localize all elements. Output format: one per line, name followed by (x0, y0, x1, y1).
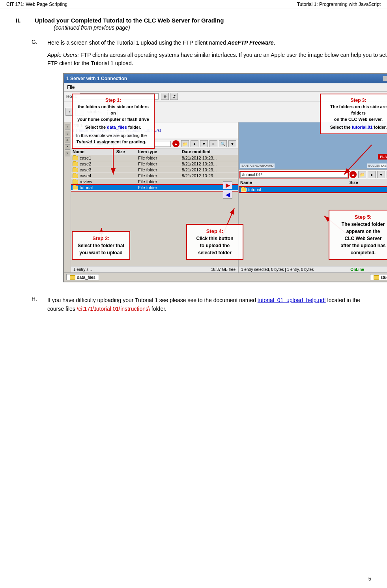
right-status-bar: 1 entry selected, 0 bytes | 1 entry, 0 b… (239, 266, 387, 272)
step2-label: Step 2: (76, 235, 126, 242)
bottom-folder-icon-right (374, 275, 379, 280)
minimize-button[interactable]: _ (383, 76, 387, 81)
play-now-btn[interactable]: PLAY NOW » (378, 154, 387, 160)
toolbar-btn-2[interactable]: ↺ (170, 93, 178, 100)
ad-caption3: TABLE TENNIS (380, 163, 387, 168)
file-row-case3[interactable]: case3 File folder 8/21/2012 10:23... (71, 167, 238, 173)
win-titlebar: 1 Server with 1 Connection _ □ ✕ (64, 74, 387, 83)
main-content: II. Upload your Completed Tutorial to th… (0, 9, 387, 329)
item-g-label: G. (32, 39, 41, 288)
upload-help-link[interactable]: tutorial_01_upload_help.pdf (258, 297, 326, 303)
ftp-name: AceFTP Freeware (228, 39, 274, 46)
step3-line3: Select the tutorial.01 folder. (324, 124, 387, 131)
header-right: Tutorial 1: Programming with JavaScript (297, 2, 381, 7)
right-path-input[interactable] (240, 172, 348, 178)
section-roman: II. (16, 17, 35, 39)
left-status-bar: 1 entry s... 18.37 GB free (71, 266, 238, 272)
right-nav-btn1[interactable]: ▲ (350, 171, 357, 178)
section-title: Upload your Completed Tutorial to the CL… (35, 17, 224, 24)
callout-step4: Step 4: Click this button to upload the … (186, 224, 243, 260)
left-nav-btn2[interactable]: 📁 (181, 140, 189, 147)
bottom-right-area: student25 (101, 274, 387, 280)
step1-line4: In this example we are uploading the (76, 133, 150, 139)
folder-icon (73, 162, 78, 166)
ad-caption1: SANTA SNOWBOARD (240, 163, 275, 168)
file-row-case1[interactable]: case1 File folder 8/21/2012 10:23... (71, 155, 238, 161)
left-nav-btn4[interactable]: ▼ (200, 140, 208, 147)
file-row-tutorial[interactable]: tutorial File folder (71, 185, 238, 191)
step5-line4: after the upload has (333, 242, 387, 249)
bottom-left-tag: data_files (66, 274, 99, 280)
item-g-para2: Apple Users: FTP clients across all oper… (47, 51, 387, 68)
step4-line1: Click this button (191, 235, 239, 242)
screenshot-wrapper: 1 Server with 1 Connection _ □ ✕ File Ho… (63, 73, 387, 282)
transfer-buttons-area: ▶ ◀ (223, 181, 237, 199)
win-menubar[interactable]: File (64, 83, 387, 92)
header-left: CIT 171: Web Page Scripting (6, 2, 67, 7)
left-nav-btn6[interactable]: 🔍 (219, 140, 227, 147)
step5-line2: appears on the (333, 228, 387, 235)
step4-label: Step 4: (191, 227, 239, 235)
right-status: 1 entry selected, 0 bytes | 1 entry, 0 b… (241, 267, 314, 272)
step3-line2: on the CLC Web server. (324, 116, 387, 123)
left-nav-btn7[interactable]: ▼ (228, 140, 236, 147)
folder-icon (73, 186, 78, 190)
bottom-bar: data_files student25 (64, 272, 387, 282)
item-h-text1: If you have difficulty uploading your Tu… (47, 297, 258, 303)
left-nav-btn3[interactable]: ● (191, 140, 198, 147)
nav-icon-2[interactable]: ↓ (65, 131, 70, 136)
toolbar-btn-1[interactable]: ⊕ (161, 93, 169, 100)
item-g: G. Here is a screen shot of the Tutorial… (16, 39, 371, 288)
right-col-name: Name (240, 180, 350, 185)
col-date-header: Date modified (182, 149, 236, 154)
toolbar-buttons: ⊕ ↺ (161, 93, 178, 100)
callout-step5: Step 5: The selected folder appears on t… (329, 210, 387, 260)
step3-label: Step 3: (324, 97, 387, 104)
step1-highlight: data_files (107, 125, 127, 130)
right-col-size: Size (350, 180, 387, 185)
file-row-case4[interactable]: case4 File folder 8/21/2012 10:23... (71, 173, 238, 179)
left-nav-btn1[interactable]: ▲ (172, 140, 179, 147)
step2-line2: you want to upload (76, 249, 126, 256)
step1-line5: Tutorial 1 assignment for grading. (76, 139, 150, 145)
bottom-right-label: student25 (381, 275, 387, 280)
item-h-text3: folder. (150, 306, 166, 312)
step3-highlight: tutorial.01 (352, 125, 373, 130)
left-free: 18.37 GB free (211, 267, 236, 272)
section-title-block: Upload your Completed Tutorial to the CL… (35, 17, 224, 39)
step1-line2: your home computer or flash drive (76, 116, 150, 123)
right-nav-btn2[interactable]: 📁 (358, 171, 366, 178)
callout-step2: Step 2: Select the folder that you want … (72, 231, 130, 260)
nav-icon-4[interactable]: ✕ (65, 144, 70, 150)
nav-icon-3[interactable]: ⊕ (65, 137, 70, 143)
win-buttons[interactable]: _ □ ✕ (383, 76, 387, 81)
item-g-para2-body: FTP clients across all operating systems… (47, 52, 387, 66)
step4-line3: selected folder (191, 249, 239, 256)
left-nav-btn5[interactable]: ≡ (209, 140, 217, 147)
file-row-review[interactable]: review File folder (71, 179, 238, 185)
menu-file[interactable]: File (65, 84, 76, 90)
right-path-bar: ▲ 📁 ● ▼ ≡ ″ (239, 170, 387, 179)
nav-icon-1[interactable]: ↑ (65, 124, 70, 130)
right-nav-btn3[interactable]: ● (368, 171, 376, 178)
step1-line1: the folders on this side are folders on (76, 104, 150, 116)
right-file-row-tutorial[interactable]: tutorial (239, 186, 387, 193)
col-name-header: Name (73, 149, 116, 154)
page-header: CIT 171: Web Page Scripting Tutorial 1: … (0, 0, 387, 9)
step2-line1: Select the folder that (76, 242, 126, 249)
right-file-header: Name Size (239, 179, 387, 186)
upload-button[interactable]: ▶ (223, 181, 232, 189)
step5-label: Step 5: (333, 213, 387, 221)
download-button[interactable]: ◀ (223, 191, 232, 199)
item-h-label: H. (32, 296, 41, 314)
right-online: OnLine (350, 267, 364, 272)
right-nav-btn4[interactable]: ▼ (377, 171, 385, 178)
item-h-content: If you have difficulty uploading your Tu… (47, 296, 371, 314)
col-type-header: Item type (138, 149, 182, 154)
col-size-header: Size (116, 149, 138, 154)
file-row-case2[interactable]: case2 File folder 8/21/2012 10:23... (71, 161, 238, 167)
nav-icon-5[interactable]: ✎ (65, 151, 70, 156)
section-subtitle: (continued from previous page) (35, 24, 224, 31)
bottom-left-label: data_files (77, 275, 95, 280)
bottom-folder-icon-left (70, 275, 75, 280)
